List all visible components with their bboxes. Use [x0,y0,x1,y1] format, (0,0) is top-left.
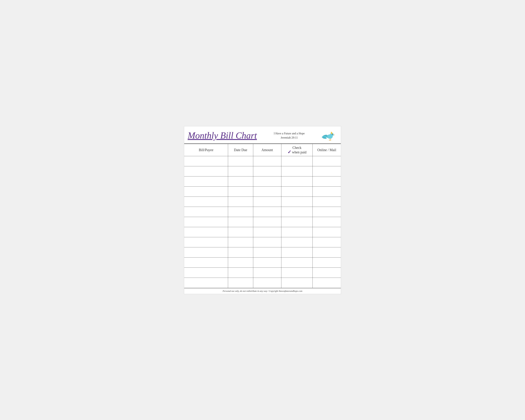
table-row [184,187,341,197]
table-cell [253,177,281,187]
table-cell [184,258,228,268]
table-row [184,217,341,227]
table-cell [253,227,281,237]
table-row [184,268,341,278]
table-cell [313,268,341,278]
table-cell [253,268,281,278]
table-cell [281,247,313,258]
footer-text: Personal use only, do not redistribute i… [223,290,302,292]
table-cell [313,197,341,207]
table-cell [184,187,228,197]
table-cell [184,156,228,166]
table-body [184,156,341,288]
table-row [184,258,341,268]
col-header-amount: Amount [253,144,281,156]
bird-icon [322,130,336,142]
table-cell [228,247,253,258]
table-row [184,247,341,258]
table-cell [228,197,253,207]
table-cell [228,187,253,197]
table-cell [184,278,228,288]
svg-line-15 [331,140,331,140]
table-cell [184,237,228,247]
col-header-check: Check ✓ when paid [281,144,313,156]
table-row [184,207,341,217]
table-cell [253,217,281,227]
table-cell [313,247,341,258]
main-title: Monthly Bill Chart [188,131,257,140]
check-header-content: Check ✓ when paid [282,145,312,154]
table-row [184,227,341,237]
table-cell [228,258,253,268]
table-cell [253,247,281,258]
table-row [184,278,341,288]
table-cell [253,258,281,268]
table-cell [184,207,228,217]
footer: Personal use only, do not redistribute i… [184,288,341,294]
table-cell [228,166,253,177]
svg-line-12 [329,140,330,140]
table-cell [253,187,281,197]
table-cell [228,217,253,227]
table-cell [281,197,313,207]
table-cell [253,207,281,217]
table-row [184,177,341,187]
table-cell [313,278,341,288]
table-cell [281,237,313,247]
table-row [184,197,341,207]
table-row [184,237,341,247]
table-cell [184,166,228,177]
table-header-row: Bill/Payee Date Due Amount Check ✓ when … [184,144,341,156]
title-area: Monthly Bill Chart [188,131,257,140]
table-cell [253,278,281,288]
svg-line-13 [330,140,330,140]
table-cell [281,166,313,177]
table-cell [253,166,281,177]
col-header-online: Online / Mail [313,144,341,156]
table-cell [313,187,341,197]
table-cell [228,268,253,278]
table-container: Bill/Payee Date Due Amount Check ✓ when … [184,144,341,288]
table-cell [228,227,253,237]
table-cell [184,197,228,207]
table-cell [228,237,253,247]
tagline-area: I Have a Future and a Hope Jeremiah 29:1… [274,131,305,140]
table-cell [253,237,281,247]
table-cell [313,237,341,247]
tagline-line2: Jeremiah 29:11 [274,136,305,140]
check-label-bottom: when paid [292,150,307,154]
table-cell [313,227,341,237]
table-cell [281,278,313,288]
svg-line-14 [330,140,331,140]
table-cell [228,278,253,288]
col-header-bill: Bill/Payee [184,144,228,156]
check-line: ✓ when paid [288,150,307,154]
table-row [184,156,341,166]
checkmark-icon: ✓ [288,150,291,154]
table-cell [313,258,341,268]
header: Monthly Bill Chart I Have a Future and a… [184,126,341,144]
table-cell [313,177,341,187]
table-cell [281,217,313,227]
bird-area [322,130,336,142]
svg-marker-8 [334,134,335,135]
table-row [184,166,341,177]
svg-line-10 [330,139,330,140]
table-cell [184,247,228,258]
table-cell [184,177,228,187]
table-cell [228,177,253,187]
table-cell [184,268,228,278]
table-cell [184,227,228,237]
table-cell [281,258,313,268]
table-cell [313,217,341,227]
page: Monthly Bill Chart I Have a Future and a… [184,126,341,294]
table-cell [253,197,281,207]
check-label-top: Check [292,145,301,150]
svg-line-11 [331,139,331,140]
table-cell [281,268,313,278]
table-cell [184,217,228,227]
bill-table: Bill/Payee Date Due Amount Check ✓ when … [184,144,341,288]
table-cell [228,207,253,217]
table-cell [281,187,313,197]
svg-point-7 [332,134,333,134]
